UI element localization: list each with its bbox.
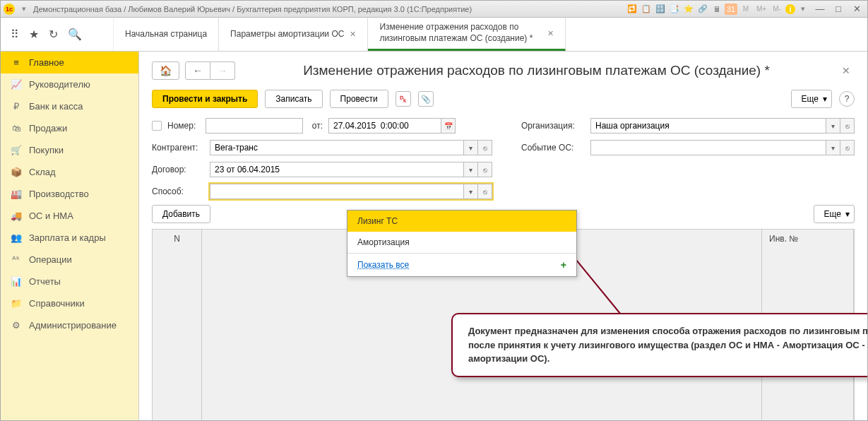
sidebar-item-label: Справочники [29, 298, 85, 309]
factory-icon: 🏭 [11, 189, 22, 199]
dropdown-button[interactable]: ▾ [464, 140, 478, 155]
calendar-icon[interactable]: 31 [725, 4, 737, 15]
tab-close-icon[interactable]: ✕ [350, 30, 356, 39]
sidebar-item-label: Операции [29, 254, 72, 265]
tb-icon-1[interactable]: 🔁 [626, 4, 638, 15]
m-button[interactable]: M [739, 4, 753, 15]
counterparty-input[interactable] [210, 140, 464, 155]
people-icon: 👥 [11, 232, 22, 243]
tab-params[interactable]: Параметры амортизации ОС ✕ [219, 18, 368, 51]
star-icon[interactable]: ★ [29, 28, 39, 41]
calendar-button[interactable]: 📅 [441, 118, 456, 134]
sidebar-item-main[interactable]: ≡Главное [1, 52, 138, 73]
sidebar-item-label: Руководителю [29, 79, 90, 90]
tb-icon-4[interactable]: 📑 [668, 4, 681, 15]
back-button[interactable]: ← [185, 61, 210, 80]
sidebar-item-label: Главное [29, 57, 64, 68]
ruble-icon: ₽ [11, 101, 22, 112]
menu-icon: ≡ [11, 57, 22, 68]
sidebar-item-manager[interactable]: 📈Руководителю [1, 73, 138, 95]
col-n: N [153, 230, 202, 420]
apps-icon[interactable]: ⠿ [11, 28, 19, 41]
open-button[interactable]: ⎋ [840, 140, 855, 155]
sidebar-item-label: Отчеты [29, 276, 61, 287]
event-input[interactable] [590, 140, 826, 155]
label-event: Событие ОС: [521, 143, 585, 153]
info-icon[interactable]: i [785, 4, 795, 14]
search-icon[interactable]: 🔍 [68, 28, 82, 41]
add-button[interactable]: Добавить [152, 205, 210, 223]
dropdown-button[interactable]: ▾ [826, 140, 840, 155]
tb-icon-3[interactable]: 🔡 [654, 4, 667, 15]
info-dropdown-icon[interactable]: ▾ [797, 4, 809, 15]
sidebar-item-label: Администрирование [29, 320, 117, 331]
dropdown-icon[interactable]: ▾ [18, 4, 30, 15]
topbar: ⠿ ★ ↻ 🔍 Начальная страница Параметры амо… [1, 18, 867, 52]
minimize-button[interactable]: — [812, 4, 828, 15]
calculator-icon[interactable]: 🖩 [711, 4, 723, 15]
sidebar-item-reports[interactable]: 📊Отчеты [1, 271, 138, 292]
label-organization: Организация: [521, 121, 585, 131]
content-header: 🏠 ← → Изменение отражения расходов по ли… [152, 61, 855, 80]
maximize-button[interactable]: □ [831, 4, 846, 15]
dropdown-option-leasing[interactable]: Лизинг ТС [347, 210, 576, 232]
add-new-button[interactable]: + [561, 259, 566, 271]
help-button[interactable]: ? [839, 91, 855, 107]
date-input[interactable] [328, 118, 441, 134]
show-all-link[interactable]: Показать все [357, 260, 409, 270]
tb-icon-6[interactable]: 🔗 [696, 4, 709, 15]
open-button[interactable]: ⎋ [840, 118, 855, 134]
sidebar-item-warehouse[interactable]: 📦Склад [1, 161, 138, 183]
open-button[interactable]: ⎋ [478, 140, 492, 155]
callout-text: Документ предназначен для изменения спос… [468, 326, 867, 364]
method-dropdown: Лизинг ТС Амортизация Показать все + [347, 210, 577, 277]
dropdown-button[interactable]: ▾ [826, 118, 840, 134]
dropdown-button[interactable]: ▾ [464, 184, 478, 199]
dropdown-button[interactable]: ▾ [464, 162, 478, 177]
method-input[interactable] [210, 184, 464, 199]
post-button[interactable]: Провести [330, 90, 388, 108]
open-button[interactable]: ⎋ [478, 162, 492, 177]
sidebar-item-catalogs[interactable]: 📁Справочники [1, 292, 138, 314]
method-input-group: ▾ ⎋ [210, 184, 492, 199]
attach-button[interactable]: 📎 [418, 91, 434, 107]
tab-change-reflection[interactable]: Изменение отражения расходов по лизингов… [368, 18, 566, 51]
home-button[interactable]: 🏠 [152, 61, 179, 80]
post-and-close-button[interactable]: Провести и закрыть [152, 90, 258, 108]
sidebar-item-salary[interactable]: 👥Зарплата и кадры [1, 227, 138, 249]
gear-icon: ⚙ [11, 320, 22, 331]
close-button[interactable]: ✕ [849, 4, 864, 15]
forward-button[interactable]: → [210, 61, 235, 80]
dt-kt-button[interactable]: ᴰₖ [396, 91, 411, 107]
sidebar-item-admin[interactable]: ⚙Администрирование [1, 314, 138, 336]
open-button[interactable]: ⎋ [478, 184, 492, 199]
tab-close-icon[interactable]: ✕ [547, 29, 554, 38]
page-title: Изменение отражения расходов по лизингов… [241, 63, 832, 78]
favorite-icon[interactable]: ⭐ [682, 4, 695, 15]
sidebar-item-label: Зарплата и кадры [29, 232, 106, 243]
sidebar-item-purchases[interactable]: 🛒Покупки [1, 139, 138, 161]
dropdown-option-amortization[interactable]: Амортизация [347, 232, 576, 253]
contract-input[interactable] [210, 162, 464, 177]
tb-icon-2[interactable]: 📋 [640, 4, 653, 15]
number-input[interactable] [206, 118, 303, 134]
history-icon[interactable]: ↻ [49, 28, 58, 41]
m-minus-button[interactable]: M- [770, 4, 784, 15]
sidebar-item-os-nma[interactable]: 🚚ОС и НМА [1, 205, 138, 227]
sidebar-item-operations[interactable]: ᴬᵏОперации [1, 249, 138, 271]
table-more-button[interactable]: Еще▾ [814, 205, 855, 223]
organization-input[interactable] [590, 118, 826, 134]
more-button[interactable]: Еще▾ [791, 90, 832, 108]
sidebar-item-production[interactable]: 🏭Производство [1, 183, 138, 205]
tab-home[interactable]: Начальная страница [114, 18, 219, 51]
write-button[interactable]: Записать [265, 90, 322, 108]
app-logo-icon: 1c [4, 4, 15, 15]
folder-icon: 📁 [11, 298, 22, 309]
cart-icon: 🛒 [11, 145, 22, 155]
sidebar-item-bank[interactable]: ₽Банк и касса [1, 95, 138, 117]
nav-buttons: ← → [185, 61, 235, 80]
sidebar-item-sales[interactable]: 🛍Продажи [1, 117, 138, 139]
m-plus-button[interactable]: M+ [754, 4, 768, 15]
org-input-group: ▾ ⎋ [590, 118, 855, 134]
content-close-button[interactable]: ✕ [838, 65, 855, 76]
